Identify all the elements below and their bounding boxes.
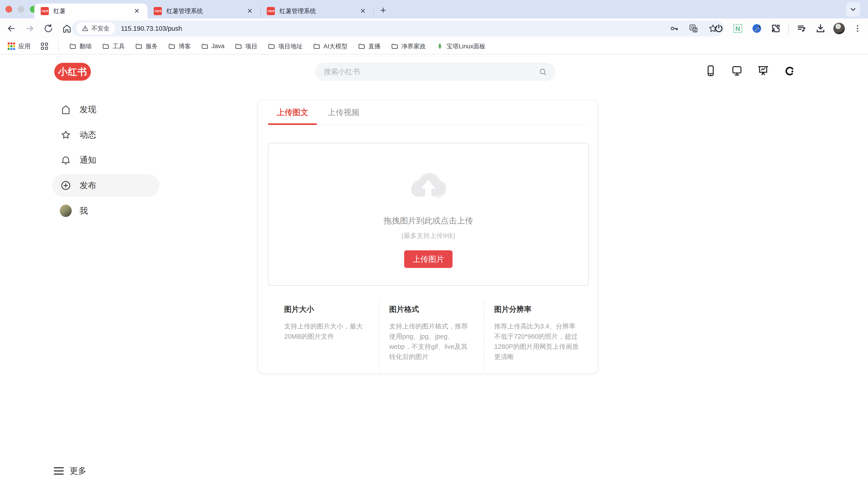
paint-extension-button[interactable]: [750, 22, 763, 35]
dropzone-subtitle: (最多支持上传9张): [401, 231, 455, 240]
browser-tab-2[interactable]: 小红书 红薯管理系统 ✕: [147, 4, 260, 19]
bookmark-folder[interactable]: AI大模型: [313, 42, 348, 51]
presentation-chart-icon: [757, 65, 769, 77]
download-icon: [815, 24, 826, 33]
tab-upload-images[interactable]: 上传图文: [268, 100, 317, 125]
sidebar-item-feed[interactable]: 动态: [52, 124, 160, 146]
mobile-app-button[interactable]: [704, 64, 717, 77]
bookmark-folder[interactable]: 净界家政: [391, 42, 426, 51]
bookmark-bt-panel[interactable]: 宝塔Linux面板: [436, 42, 486, 51]
back-button[interactable]: [5, 22, 18, 35]
bookmark-folder[interactable]: 博客: [168, 42, 191, 51]
browser-menu-button[interactable]: [851, 22, 864, 35]
downloads-button[interactable]: [814, 22, 827, 35]
media-controls-button[interactable]: [795, 22, 808, 35]
browser-tab-3[interactable]: 小红书 红薯管理系统 ✕: [260, 4, 373, 19]
sidebar-item-notifications[interactable]: 通知: [52, 149, 160, 171]
chevron-down-icon: [849, 6, 857, 13]
upload-image-button[interactable]: 上传图片: [404, 250, 453, 268]
translate-button[interactable]: G: [687, 22, 700, 35]
tab-upload-video[interactable]: 上传视频: [319, 100, 368, 125]
tab-search-button[interactable]: [846, 2, 860, 17]
tip-image-format: 图片格式 支持上传的图片格式，推荐使用png、jpg、jpeg、webp，不支持…: [379, 301, 484, 371]
bell-icon: [60, 154, 72, 166]
search-bar[interactable]: [315, 63, 555, 80]
xiaohongshu-favicon: 小红书: [267, 7, 275, 15]
sidebar-item-label: 发现: [80, 104, 96, 115]
key-icon: [669, 24, 679, 33]
sidebar-item-publish[interactable]: 发布: [52, 174, 160, 197]
screen: 小红书 红薯 ✕ 小红书 红薯管理系统 ✕ 小红书 红薯管理系统 ✕ +: [0, 0, 868, 488]
sidebar-item-discover[interactable]: 发现: [52, 98, 160, 121]
bt-panel-icon: [436, 43, 443, 50]
notion-extension-button[interactable]: N: [732, 22, 744, 35]
sidebar-item-profile[interactable]: 我: [52, 199, 160, 222]
tab-close-icon[interactable]: ✕: [245, 7, 254, 15]
grid-icon: [41, 43, 48, 50]
new-tab-button[interactable]: +: [377, 4, 390, 17]
sidebar-item-label: 我: [80, 205, 88, 217]
search-input[interactable]: [323, 67, 538, 76]
dropzone-title: 拖拽图片到此或点击上传: [383, 215, 473, 226]
folder-icon: [135, 43, 143, 50]
url-text: 115.190.73.103/push: [121, 25, 182, 32]
bookmark-folder[interactable]: 直播: [358, 42, 381, 51]
xiaohongshu-page: 小红书 发现: [0, 55, 868, 488]
smartphone-icon: [705, 65, 717, 77]
bookmark-folder[interactable]: 翻墙: [69, 42, 92, 51]
browser-tab-1[interactable]: 小红书 红薯 ✕: [34, 4, 147, 19]
power-extension-button[interactable]: [712, 22, 725, 35]
address-bar[interactable]: 不安全 115.190.73.103/push G: [72, 21, 724, 36]
close-window-button[interactable]: [5, 6, 12, 13]
tab-title: 红薯管理系统: [279, 7, 358, 15]
bookmarks-separator: [58, 41, 59, 51]
image-dropzone[interactable]: 拖拽图片到此或点击上传 (最多支持上传9张) 上传图片: [268, 143, 589, 286]
extensions-button[interactable]: [770, 22, 782, 35]
tip-body: 推荐上传高比为3.4、分辨率不低于720*960的照片，超过1280P的图片用网…: [494, 321, 579, 362]
more-menu[interactable]: 更多: [54, 465, 86, 477]
monitor-icon: [731, 65, 743, 77]
bookmark-grid-shortcut[interactable]: [41, 43, 48, 50]
publish-tabs: 上传图文 上传视频: [267, 100, 589, 125]
bookmark-label: 应用: [18, 42, 31, 51]
more-label: 更多: [70, 465, 86, 477]
tip-title: 图片格式: [389, 304, 474, 315]
reload-button[interactable]: [42, 22, 55, 35]
paintbrush-icon: [752, 23, 762, 34]
hamburger-icon: [54, 467, 64, 475]
bookmark-apps[interactable]: 应用: [8, 42, 31, 51]
tab-title: 红薯管理系统: [166, 7, 245, 15]
tab-close-icon[interactable]: ✕: [132, 7, 142, 15]
sidebar-item-label: 通知: [80, 155, 96, 166]
plus-circle-icon: [60, 180, 72, 192]
forward-icon: [25, 24, 35, 33]
folder-icon: [102, 43, 110, 50]
desktop-version-button[interactable]: [730, 64, 744, 77]
refresh-service-button[interactable]: [782, 64, 796, 77]
reload-icon: [43, 24, 53, 33]
forward-button[interactable]: [24, 22, 36, 35]
home-icon: [60, 103, 72, 116]
window-controls: [5, 6, 37, 13]
security-chip[interactable]: 不安全: [76, 22, 115, 35]
browser-profile-avatar[interactable]: [833, 23, 845, 34]
minimize-window-button[interactable]: [18, 6, 24, 13]
tip-image-resolution: 图片分辨率 推荐上传高比为3.4、分辨率不低于720*960的照片，超过1280…: [484, 301, 589, 371]
bookmark-folder[interactable]: 服务: [135, 42, 158, 51]
bookmark-folder[interactable]: 项目地址: [268, 42, 303, 51]
upload-cloud-icon: [403, 166, 453, 204]
tab-close-icon[interactable]: ✕: [358, 7, 368, 15]
publish-card: 上传图文 上传视频 拖拽图片到此或点击上传 (最多支持上传9张) 上传图片 图片…: [258, 100, 598, 373]
bookmark-folder[interactable]: 工具: [102, 42, 125, 51]
playlist-music-icon: [797, 24, 807, 33]
creator-dashboard-button[interactable]: [756, 64, 770, 77]
power-icon: [714, 24, 723, 33]
folder-icon: [201, 43, 209, 50]
xiaohongshu-logo[interactable]: 小红书: [54, 63, 91, 80]
home-button[interactable]: [61, 22, 73, 35]
bookmark-folder[interactable]: 项目: [235, 42, 257, 51]
search-icon[interactable]: [538, 67, 548, 76]
bookmark-folder[interactable]: Java: [201, 43, 224, 50]
back-icon: [6, 24, 16, 33]
password-key-button[interactable]: [668, 22, 680, 35]
